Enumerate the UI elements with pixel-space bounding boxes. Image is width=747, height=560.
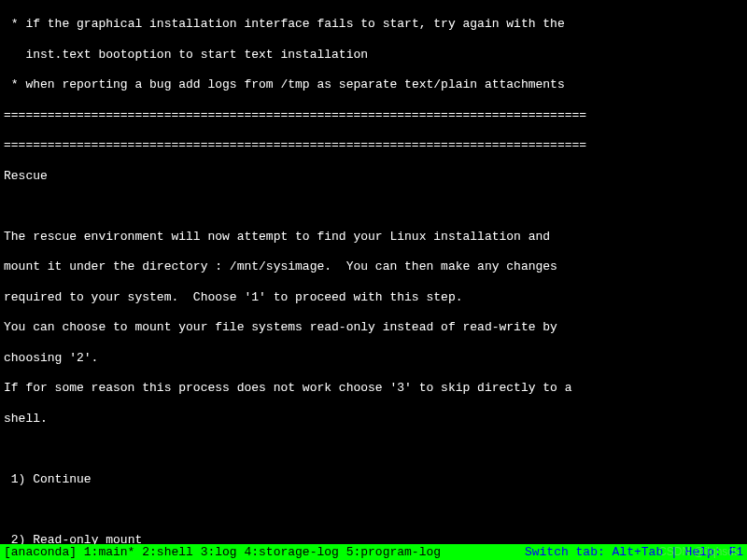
tmux-status-bar: [anaconda] 1:main* 2:shell 3:log 4:stora…: [0, 544, 747, 560]
separator-line: ========================================…: [4, 138, 743, 153]
rescue-paragraph: You can choose to mount your file system…: [4, 320, 743, 335]
rescue-paragraph: choosing '2'.: [4, 351, 743, 366]
tip-text: * if the graphical installation interfac…: [4, 17, 743, 32]
blank-line: [4, 502, 743, 517]
tip-text: inst.text bootoption to start text insta…: [4, 48, 743, 63]
rescue-paragraph: If for some reason this process does not…: [4, 381, 743, 396]
rescue-paragraph: shell.: [4, 412, 743, 427]
terminal-output: * if the graphical installation interfac…: [0, 0, 747, 560]
rescue-paragraph: mount it under the directory : /mnt/sysi…: [4, 259, 743, 274]
rescue-paragraph: The rescue environment will now attempt …: [4, 230, 743, 245]
rescue-paragraph: required to your system. Choose '1' to p…: [4, 290, 743, 305]
blank-line: [4, 441, 743, 456]
separator-line: ========================================…: [4, 108, 743, 123]
rescue-title: Rescue: [4, 169, 743, 184]
menu-option-continue[interactable]: 1) Continue: [4, 472, 743, 487]
watermark-text: CSDN @ilqhsds: [658, 545, 740, 559]
tip-text: * when reporting a bug add logs from /tm…: [4, 77, 743, 92]
blank-line: [4, 199, 743, 214]
status-bar-tabs[interactable]: [anaconda] 1:main* 2:shell 3:log 4:stora…: [4, 545, 525, 559]
